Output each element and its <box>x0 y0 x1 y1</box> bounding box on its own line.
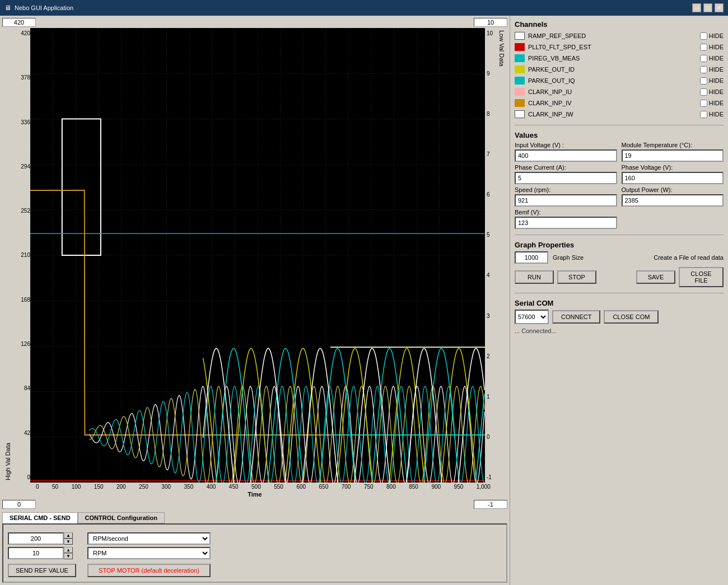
main-chart-canvas <box>30 28 485 483</box>
dropdown-group: RPM/second RPM/minute RPM Hz STOP MOTOR … <box>87 532 211 577</box>
tab-control-config[interactable]: CONTROL Configuration <box>78 512 165 523</box>
phase-voltage-group: Phase Voltage (V): <box>622 164 724 184</box>
top-left-value[interactable] <box>2 18 36 27</box>
maximize-button[interactable]: □ <box>703 3 712 12</box>
stop-motor-button[interactable]: STOP MOTOR (default deceleration) <box>87 564 211 577</box>
baud-rate-select[interactable]: 9600 19200 38400 57600 115200 <box>515 310 549 324</box>
channel-hide-checkbox-7[interactable] <box>700 100 707 107</box>
tab-serial-cmd[interactable]: SERIAL CMD - SEND <box>2 512 78 523</box>
channel-name-clark-iu: CLARK_INP_IU <box>528 88 572 95</box>
phase-voltage-input[interactable] <box>622 172 724 184</box>
channel-color-pireg <box>515 54 525 62</box>
graph-props-row: Graph Size Create a File of read data <box>515 251 724 264</box>
connect-button[interactable]: CONNECT <box>552 310 600 324</box>
channel-hide-8: HIDE <box>700 111 724 118</box>
run-stop-row: RUN STOP SAVE CLOSE FILE <box>515 267 724 287</box>
channel-color-clark-iu <box>515 88 525 96</box>
serial-com-section: Serial COM 9600 19200 38400 57600 115200… <box>515 299 724 334</box>
speed-input[interactable] <box>515 194 617 207</box>
hide-label-5: HIDE <box>709 77 724 84</box>
bemf-input[interactable] <box>515 217 617 229</box>
status-text: ... Connected... <box>515 327 557 334</box>
dropdown2-select[interactable]: RPM Hz <box>87 547 211 559</box>
channel-hide-checkbox-6[interactable] <box>700 88 707 96</box>
control-row: ▲ ▼ ▲ ▼ SEND REF VALUE <box>8 532 502 577</box>
spinner2-down[interactable]: ▼ <box>64 553 73 559</box>
minimize-button[interactable]: ─ <box>692 3 701 12</box>
hide-label-8: HIDE <box>709 111 724 118</box>
channel-left-2: PLLT0_FLT_SPD_EST <box>515 43 591 51</box>
title-bar-left: 🖥 Nebo GUI Application <box>4 4 73 12</box>
divider-3 <box>515 293 724 293</box>
channel-color-parke-id <box>515 65 525 73</box>
top-right-value[interactable] <box>474 18 507 27</box>
spinner2-input[interactable] <box>8 547 64 559</box>
channel-hide-5: HIDE <box>700 77 724 85</box>
channel-hide-4: HIDE <box>700 66 724 73</box>
phase-voltage-label: Phase Voltage (V): <box>622 164 724 171</box>
channel-name-pireg: PIREG_VB_MEAS <box>528 55 580 62</box>
app-icon: 🖥 <box>4 4 11 12</box>
channel-name-clark-iw: CLARK_INP_IW <box>528 111 573 118</box>
channel-left-8: CLARK_INP_IW <box>515 110 573 118</box>
spinner2-up[interactable]: ▲ <box>64 547 73 553</box>
module-temp-input[interactable] <box>622 149 724 162</box>
run-button[interactable]: RUN <box>515 270 554 284</box>
channel-color-clark-iw <box>515 110 525 118</box>
channel-hide-checkbox-3[interactable] <box>700 55 707 62</box>
channel-hide-checkbox-2[interactable] <box>700 44 707 51</box>
spinner2-row: ▲ ▼ <box>8 547 76 559</box>
serial-com-row: 9600 19200 38400 57600 115200 CONNECT CL… <box>515 310 724 324</box>
graph-outer: High Val Data 42037833629425221016812684… <box>2 28 507 483</box>
close-com-button[interactable]: CLOSE COM <box>604 310 659 324</box>
dropdown1-select[interactable]: RPM/second RPM/minute <box>87 532 211 545</box>
save-button[interactable]: SAVE <box>636 270 675 284</box>
stop-button[interactable]: STOP <box>557 270 596 284</box>
close-file-button[interactable]: CLOSE FILE <box>679 267 724 287</box>
output-power-label: Output Power (W): <box>622 186 724 193</box>
channel-color-pllt0 <box>515 43 525 51</box>
close-button[interactable]: ✕ <box>715 3 724 12</box>
channel-color-clark-iv <box>515 99 525 107</box>
channels-section: Channels RAMP_REF_SPEED HIDE <box>515 20 724 119</box>
channel-color-parke-iq <box>515 77 525 85</box>
channel-hide-3: HIDE <box>700 55 724 62</box>
graph-size-label: Graph Size <box>553 254 584 261</box>
channel-left-3: PIREG_VB_MEAS <box>515 54 580 62</box>
send-ref-value-button[interactable]: SEND REF VALUE <box>8 564 76 577</box>
divider-1 <box>515 125 724 125</box>
channel-row-clark-iw: CLARK_INP_IW HIDE <box>515 109 724 119</box>
bottom-left-value[interactable] <box>2 500 36 509</box>
values-title: Values <box>515 131 724 139</box>
channel-row-ramp-ref-speed: RAMP_REF_SPEED HIDE <box>515 31 724 41</box>
left-panel: High Val Data 42037833629425221016812684… <box>0 16 510 585</box>
phase-current-input[interactable] <box>515 172 617 184</box>
output-power-input[interactable] <box>622 194 724 207</box>
bemf-group: Bemf (V): <box>515 209 617 229</box>
x-axis-title: Time <box>2 491 507 498</box>
bottom-right-value[interactable] <box>474 500 507 509</box>
channel-hide-6: HIDE <box>700 88 724 96</box>
channel-row-parke-id: PARKE_OUT_ID HIDE <box>515 64 724 74</box>
spinner1-up[interactable]: ▲ <box>64 532 73 539</box>
chart-container <box>30 28 485 483</box>
spinner1-down[interactable]: ▼ <box>64 539 73 545</box>
channel-left-5: PARKE_OUT_IQ <box>515 77 575 85</box>
channel-hide-checkbox-5[interactable] <box>700 77 707 85</box>
title-bar: 🖥 Nebo GUI Application ─ □ ✕ <box>0 0 728 16</box>
graph-props-title: Graph Properties <box>515 241 724 249</box>
channel-row-pllt0: PLLT0_FLT_SPD_EST HIDE <box>515 42 724 52</box>
channel-hide-checkbox-1[interactable] <box>700 32 707 40</box>
input-voltage-input[interactable] <box>515 149 617 162</box>
channel-hide-checkbox-4[interactable] <box>700 66 707 73</box>
channel-hide-7: HIDE <box>700 100 724 107</box>
channel-hide-1: HIDE <box>700 32 724 40</box>
spinner1-input[interactable] <box>8 532 64 545</box>
module-temp-label: Module Temperature (°C): <box>622 142 724 148</box>
channel-row-parke-iq: PARKE_OUT_IQ HIDE <box>515 76 724 86</box>
graph-size-input[interactable] <box>515 251 548 264</box>
channel-hide-checkbox-8[interactable] <box>700 111 707 118</box>
channel-color-ramp-ref-speed <box>515 32 525 40</box>
right-panel: Channels RAMP_REF_SPEED HIDE <box>510 16 728 585</box>
y-axis-right-ticks: 109876543210-1 <box>485 28 496 483</box>
